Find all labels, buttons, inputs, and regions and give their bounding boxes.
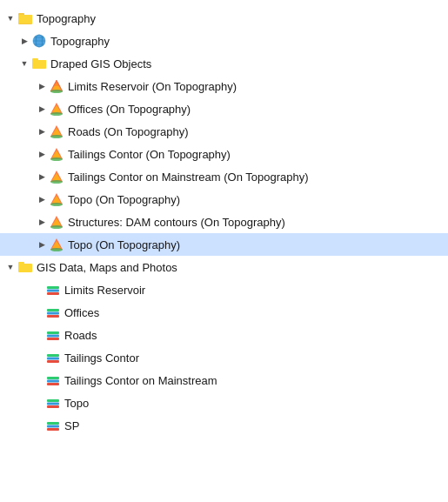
cone-icon-tailings-mainstream [49, 169, 64, 184]
toggle-tailings-contor[interactable] [35, 147, 49, 161]
svg-rect-46 [47, 335, 59, 338]
tree-row-topo-first[interactable]: Topo (On Topography) [0, 188, 448, 211]
tree-row-gis-sp[interactable]: SP [0, 414, 448, 437]
toggle-gis-data[interactable] [3, 260, 17, 274]
svg-point-17 [50, 112, 63, 116]
svg-rect-54 [47, 405, 59, 408]
tree-row-topo-selected[interactable]: Topo (On Topography) [0, 233, 448, 256]
folder-icon-draped [31, 56, 47, 71]
svg-rect-44 [47, 309, 59, 311]
toggle-topo-selected[interactable] [35, 238, 49, 251]
svg-rect-38 [18, 262, 24, 265]
roads-label: Roads (On Topography) [68, 125, 189, 138]
gis-limits-label: Limits Reservoir [64, 284, 145, 297]
svg-rect-43 [47, 312, 59, 315]
cone-icon-offices [49, 101, 64, 117]
tree-row-offices[interactable]: Offices (On Topography) [0, 97, 448, 120]
svg-rect-57 [47, 428, 59, 431]
svg-point-32 [50, 225, 63, 229]
svg-rect-39 [47, 292, 59, 295]
tailings-mainstream-label: Tailings Contor on Mainstream (On Topogr… [68, 171, 309, 184]
svg-marker-15 [53, 80, 60, 86]
svg-point-35 [50, 248, 63, 251]
svg-point-29 [50, 203, 63, 206]
toggle-offices[interactable] [35, 102, 49, 116]
cone-icon-topo-first [49, 191, 64, 207]
svg-point-20 [50, 135, 63, 138]
tree-row-roads[interactable]: Roads (On Topography) [0, 120, 448, 143]
svg-rect-59 [47, 422, 59, 425]
tree-row-gis-topo[interactable]: Topo [0, 392, 448, 414]
toggle-structures-dam[interactable] [35, 215, 49, 229]
folder-icon-gis-data [17, 259, 33, 275]
svg-rect-58 [47, 425, 59, 428]
topo-selected-label: Topo (On Topography) [68, 238, 180, 251]
cone-icon-roads [49, 124, 64, 139]
layers-icon-limits [45, 282, 61, 298]
gis-topo-label: Topo [64, 397, 89, 410]
layers-icon-offices [45, 305, 61, 320]
svg-rect-50 [47, 354, 59, 357]
toggle-roads[interactable] [35, 124, 49, 138]
svg-rect-55 [47, 403, 59, 405]
tree-row-draped-gis[interactable]: Draped GIS Objects [0, 52, 448, 75]
tree-row-gis-data[interactable]: GIS Data, Maps and Photos [0, 256, 448, 278]
globe-icon [31, 33, 47, 49]
layers-icon-tailings-mainstream [45, 372, 61, 388]
svg-rect-42 [47, 315, 59, 318]
svg-rect-41 [47, 286, 59, 289]
toggle-limits-reservoir[interactable] [35, 79, 49, 93]
svg-point-23 [50, 157, 63, 161]
gis-tailings-label: Tailings Contor [64, 351, 139, 365]
tree-row-topography-root[interactable]: Topography [0, 7, 448, 30]
topography-root-label: Topography [37, 12, 96, 25]
svg-rect-56 [47, 399, 59, 402]
gis-data-label: GIS Data, Maps and Photos [37, 261, 177, 274]
svg-rect-52 [47, 380, 59, 383]
svg-rect-10 [32, 60, 46, 69]
svg-rect-47 [47, 331, 59, 334]
draped-gis-label: Draped GIS Objects [50, 57, 151, 70]
cone-icon-topo-selected [49, 237, 64, 252]
layers-icon-topo [45, 395, 61, 411]
gis-offices-label: Offices [64, 306, 99, 319]
limits-reservoir-label: Limits Reservoir (On Topography) [68, 80, 237, 93]
toggle-topo-first[interactable] [35, 192, 49, 206]
gis-roads-label: Roads [64, 329, 97, 342]
tree-row-tailings-contor[interactable]: Tailings Contor (On Topography) [0, 143, 448, 165]
layers-icon-tailings [45, 350, 61, 365]
topo-first-label: Topo (On Topography) [68, 193, 180, 206]
cone-icon-dam [49, 214, 64, 230]
toggle-topography-root[interactable] [3, 11, 17, 25]
cone-icon-tailings [49, 146, 64, 162]
svg-rect-48 [47, 360, 59, 363]
svg-rect-45 [47, 338, 59, 340]
svg-point-26 [50, 180, 63, 184]
gis-sp-label: SP [64, 419, 79, 432]
folder-icon [17, 10, 33, 26]
gis-tailings-mainstream-label: Tailings Contor on Mainstream [64, 374, 217, 387]
layers-icon-roads [45, 327, 61, 343]
topography-globe-label: Topography [50, 35, 110, 48]
tree-row-limits-reservoir[interactable]: Limits Reservoir (On Topography) [0, 75, 448, 97]
toggle-draped-gis[interactable] [17, 57, 31, 70]
svg-rect-40 [47, 290, 59, 292]
tree-row-structures-dam[interactable]: Structures: DAM contours (On Topography) [0, 211, 448, 233]
tree-container: Topography Topography [0, 0, 448, 444]
cone-icon-limits [49, 78, 64, 94]
tree-row-gis-tailings[interactable]: Tailings Contor [0, 346, 448, 369]
tree-row-gis-tailings-mainstream[interactable]: Tailings Contor on Mainstream [0, 369, 448, 392]
layers-icon-sp [45, 418, 61, 433]
tree-row-tailings-mainstream[interactable]: Tailings Contor on Mainstream (On Topogr… [0, 165, 448, 188]
svg-rect-51 [47, 383, 59, 385]
tree-row-gis-roads[interactable]: Roads [0, 324, 448, 346]
svg-rect-53 [47, 377, 59, 379]
tree-row-gis-limits[interactable]: Limits Reservoir [0, 278, 448, 301]
svg-rect-49 [47, 358, 59, 360]
svg-point-13 [50, 90, 63, 93]
tree-row-topography-globe[interactable]: Topography [0, 30, 448, 52]
toggle-tailings-mainstream[interactable] [35, 170, 49, 184]
tree-row-gis-offices[interactable]: Offices [0, 301, 448, 324]
structures-dam-label: Structures: DAM contours (On Topography) [68, 216, 285, 229]
toggle-topography-globe[interactable] [17, 34, 31, 48]
